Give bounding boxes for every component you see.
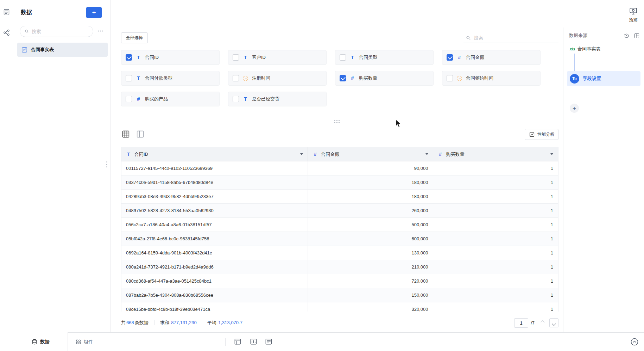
add-chart-component-button[interactable] — [248, 337, 258, 347]
field-label: 购买的产品 — [145, 96, 168, 102]
avg-stat: 平均:1,313,070.7 — [207, 320, 243, 326]
table-row[interactable]: 04289ab3-08e3-49d3-9582-4dbb945233e7 180… — [121, 190, 558, 204]
page-down-button[interactable] — [549, 318, 558, 327]
field-search-input[interactable] — [474, 35, 556, 41]
table-row[interactable]: 0692a164-8159-4dda-901b-4003f432d41c 130… — [121, 246, 558, 260]
add-table-component-button[interactable] — [233, 337, 242, 347]
table-row[interactable]: 080a241d-7372-4921-b171-b9ed2d4a9dd6 210… — [121, 260, 558, 274]
cell-contract-id: 08ce15be-bbfd-4c9b-b18f-39eb03e471ca — [121, 302, 308, 312]
field-item[interactable]: # 合同金额 — [442, 50, 541, 65]
column-label: 购买数量 — [446, 151, 465, 158]
cell-contract-amount: 180,000 — [308, 190, 433, 203]
table-row[interactable]: 080cd368-af54-447a-a3ae-051425c84bc1 720… — [121, 274, 558, 288]
add-step-button[interactable]: + — [570, 104, 579, 113]
page-up-button[interactable] — [538, 318, 547, 327]
cell-contract-amount: 210,000 — [308, 260, 433, 274]
field-search[interactable] — [463, 33, 558, 43]
column-header-contract-id[interactable]: T 合同ID — [121, 147, 308, 161]
panel-splitter[interactable] — [111, 119, 563, 123]
table-row[interactable]: 04897502-5828-4273-8184-553aa0562930 260… — [121, 204, 558, 218]
column-header-purchase-qty[interactable]: # 购买数量 — [433, 147, 558, 161]
cell-purchase-qty: 1 — [433, 246, 558, 260]
panel-resize-handle[interactable] — [106, 161, 107, 167]
history-icon[interactable] — [624, 33, 630, 39]
grid-view-button[interactable] — [121, 130, 131, 139]
field-item[interactable]: T 合同类型 — [335, 50, 434, 65]
cell-contract-id: 087bab2a-7b5e-4304-808a-830b68556cee — [121, 288, 308, 302]
column-view-button[interactable] — [135, 130, 145, 139]
checkbox[interactable] — [447, 54, 453, 61]
cell-contract-id: 04289ab3-08e3-49d3-9582-4dbb945233e7 — [121, 190, 308, 203]
dataset-item[interactable]: 合同事实表 — [17, 43, 108, 57]
table-row[interactable]: 08ce15be-bbfd-4c9b-b18f-39eb03e471ca 320… — [121, 302, 558, 312]
overview-layout-icon[interactable] — [634, 33, 640, 39]
field-label: 合同付款类型 — [145, 75, 172, 81]
text-field-icon: T — [350, 55, 355, 60]
column-label: 合同ID — [134, 151, 148, 158]
collapse-panel-button[interactable] — [630, 337, 639, 347]
checkbox[interactable] — [233, 75, 239, 81]
column-dropdown-icon[interactable] — [550, 153, 553, 155]
datasource-node[interactable]: xls 合同事实表 — [570, 46, 600, 52]
field-label: 合同类型 — [359, 54, 377, 61]
number-field-icon: # — [350, 75, 355, 81]
page-total: /7 — [531, 320, 535, 326]
field-item[interactable]: T 合同ID — [121, 50, 220, 65]
checkbox[interactable] — [340, 75, 346, 81]
database-icon — [31, 339, 38, 345]
table-row[interactable]: 05bf042a-27f8-4e66-bc0c-9638145fd756 600… — [121, 232, 558, 246]
cell-contract-id: 05bf042a-27f8-4e66-bc0c-9638145fd756 — [121, 232, 308, 246]
field-item[interactable]: # 购买的产品 — [121, 92, 220, 106]
bottom-tab-data[interactable]: 数据 — [13, 332, 68, 351]
page-input[interactable] — [514, 318, 528, 328]
chevron-up-icon — [541, 320, 544, 324]
relation-nav-button[interactable] — [2, 29, 10, 37]
field-grid: T 合同ID T 客户ID T 合同类型 # 合同金额 T 合同付款类型 — [121, 50, 541, 106]
cell-contract-amount: 180,000 — [308, 176, 433, 189]
column-dropdown-icon[interactable] — [300, 153, 303, 155]
add-report-component-button[interactable] — [264, 337, 273, 347]
checkbox[interactable] — [126, 96, 132, 102]
performance-label: 性能分析 — [537, 131, 554, 137]
directory-nav-button[interactable] — [2, 8, 10, 16]
panel-title: 数据 — [21, 9, 32, 16]
checkbox[interactable] — [233, 54, 239, 61]
text-field-icon: T — [243, 55, 248, 60]
cell-contract-id: 04897502-5828-4273-8184-553aa0562930 — [121, 204, 308, 217]
field-label: 是否已经交货 — [252, 96, 279, 102]
bottom-tab-components[interactable]: 组件 — [71, 333, 98, 351]
checkbox[interactable] — [447, 75, 453, 81]
field-item[interactable]: T 是否已经交货 — [228, 92, 327, 106]
dataset-search[interactable] — [20, 26, 93, 37]
field-item[interactable]: 注册时间 — [228, 71, 327, 86]
cell-contract-id: 080cd368-af54-447a-a3ae-051425c84bc1 — [121, 274, 308, 288]
table-row[interactable]: 087bab2a-7b5e-4304-808a-830b68556cee 150… — [121, 288, 558, 302]
checkbox[interactable] — [126, 75, 132, 81]
field-item[interactable]: T 客户ID — [228, 50, 327, 65]
table-row[interactable]: 03374c0e-59d1-4158-8ab5-67b48d80d84e 180… — [121, 176, 558, 190]
select-all-button[interactable]: 全部选择 — [121, 32, 148, 43]
column-header-contract-amount[interactable]: # 合同金额 — [308, 147, 433, 161]
field-item[interactable]: T 合同付款类型 — [121, 71, 220, 86]
more-options-button[interactable] — [95, 26, 106, 37]
checkbox[interactable] — [340, 54, 346, 61]
record-count: 共668条数据 — [121, 320, 149, 326]
toolbar-item-preview[interactable]: 预览 — [629, 6, 638, 23]
step-field-settings[interactable]: To 字段设置 — [567, 71, 640, 86]
document-icon — [3, 8, 10, 16]
checkbox[interactable] — [233, 96, 239, 102]
add-dataset-button[interactable]: + — [86, 7, 102, 18]
field-label: 购买数量 — [359, 75, 377, 81]
table-row[interactable]: 00115727-e145-44c0-9102-110523699369 90,… — [121, 161, 558, 176]
field-item[interactable]: 合同签约时间 — [442, 71, 541, 86]
grid-view-icon — [121, 130, 130, 138]
table-row[interactable]: 056c2ca7-a186-40a4-a8a6-01b38151df57 500… — [121, 218, 558, 232]
checkbox[interactable] — [126, 54, 132, 61]
preview-icon — [629, 7, 638, 16]
dataset-search-input[interactable] — [32, 29, 89, 34]
column-dropdown-icon[interactable] — [425, 153, 428, 155]
cell-contract-amount: 150,000 — [308, 288, 433, 302]
field-item[interactable]: # 购买数量 — [335, 71, 434, 86]
performance-analysis-button[interactable]: 性能分析 — [525, 129, 558, 140]
status-divider — [154, 320, 154, 325]
